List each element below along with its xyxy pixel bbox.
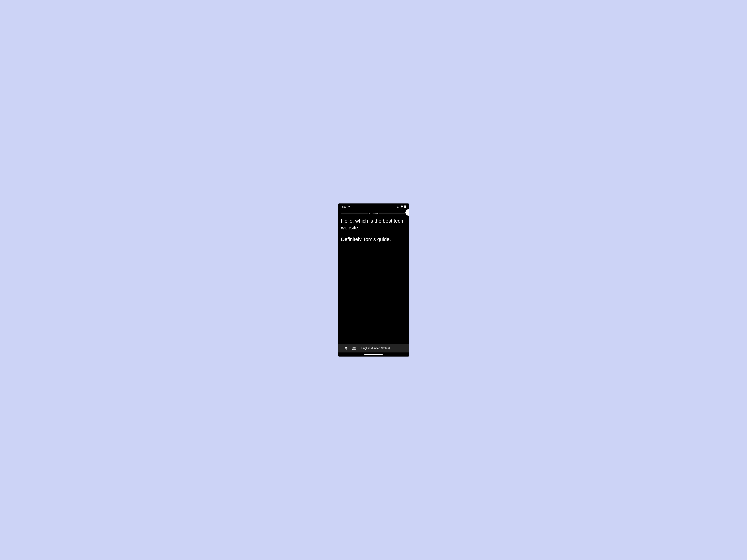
divider-right <box>380 213 406 214</box>
svg-rect-13 <box>356 348 356 349</box>
session-timestamp: 5:28 PM <box>369 212 378 215</box>
battery-fill <box>405 206 406 208</box>
transcript-text: Hello, which is the best tech website. D… <box>341 217 406 243</box>
language-selector[interactable]: English (United States) <box>361 347 390 350</box>
timestamp-divider: 5:28 PM <box>341 212 406 215</box>
svg-rect-14 <box>353 349 355 349</box>
bottom-toolbar: English (United States) <box>338 344 409 352</box>
svg-rect-7 <box>355 347 355 348</box>
home-pill <box>364 354 383 355</box>
do-not-disturb-icon <box>397 206 400 208</box>
divider-left <box>341 213 367 214</box>
svg-rect-9 <box>353 348 353 349</box>
battery-icon <box>404 205 406 208</box>
svg-rect-4 <box>353 347 353 348</box>
clock-time: 5:29 <box>342 205 346 208</box>
svg-rect-12 <box>355 348 355 349</box>
status-right <box>397 205 406 208</box>
wifi-icon <box>401 206 403 208</box>
status-bar: 5:29 <box>338 204 409 209</box>
gear-status-icon <box>348 205 351 208</box>
keyboard-button[interactable] <box>352 347 356 350</box>
transcript-line: Hello, which is the best tech website. <box>341 217 406 231</box>
svg-rect-8 <box>356 347 356 348</box>
svg-rect-6 <box>354 347 355 348</box>
svg-rect-11 <box>354 348 355 349</box>
phone-frame: 5:29 <box>338 204 409 356</box>
home-indicator-bar[interactable] <box>338 352 409 356</box>
svg-rect-10 <box>354 348 354 349</box>
transcript-area: 5:28 PM Hello, which is the best tech we… <box>338 209 409 344</box>
settings-button[interactable] <box>344 346 348 350</box>
svg-rect-5 <box>354 347 354 348</box>
status-left: 5:29 <box>342 205 351 208</box>
transcript-line: Definitely Tom's guide. <box>341 236 406 243</box>
